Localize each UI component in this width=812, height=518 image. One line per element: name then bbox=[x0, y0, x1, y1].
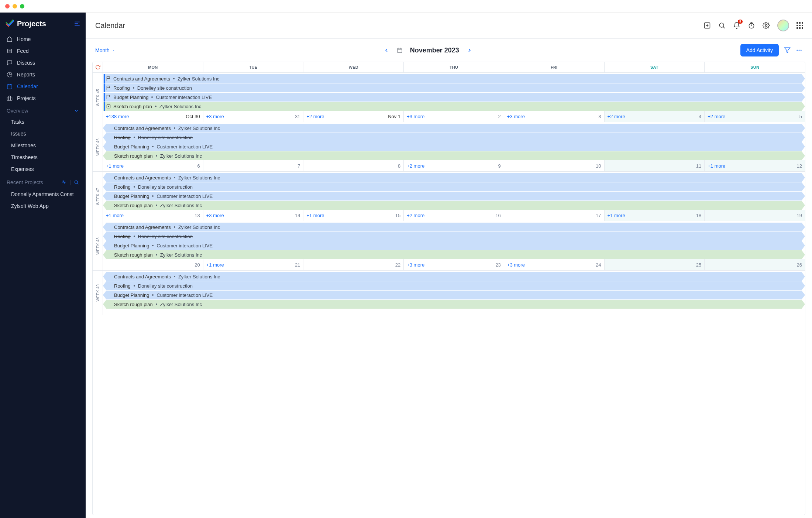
window-minimize-icon[interactable] bbox=[13, 4, 17, 8]
day-cell[interactable]: +3 more31 bbox=[203, 111, 304, 122]
day-cell[interactable]: +2 more4 bbox=[605, 111, 705, 122]
day-cell[interactable]: 26 bbox=[705, 259, 805, 270]
event-bar[interactable]: Contracts and AgreementsZylker Solutions… bbox=[103, 223, 805, 231]
recent-project-item[interactable]: Donnelly Apartments Const bbox=[0, 188, 86, 200]
event-bar[interactable]: Contracts and AgreementsZylker Solutions… bbox=[103, 173, 805, 182]
day-cell[interactable]: +1 more15 bbox=[303, 210, 404, 221]
bell-icon[interactable]: 9 bbox=[733, 22, 740, 29]
day-cell[interactable]: 11 bbox=[605, 160, 705, 171]
day-cell[interactable]: 19 bbox=[705, 210, 805, 221]
event-bar[interactable]: Budget PlanningCustomer interaction LIVE bbox=[103, 142, 805, 151]
day-cell[interactable]: +2 moreNov 1 bbox=[303, 111, 404, 122]
day-cell[interactable]: 22 bbox=[303, 259, 404, 270]
day-cell[interactable]: +3 more2 bbox=[404, 111, 504, 122]
event-bar[interactable]: Budget PlanningCustomer interaction LIVE bbox=[103, 192, 805, 200]
event-bar[interactable]: RoofingDonelley site construction bbox=[103, 232, 805, 241]
more-link[interactable]: +138 more bbox=[106, 114, 129, 119]
day-cell[interactable]: +1 more6 bbox=[103, 160, 203, 171]
timer-icon[interactable] bbox=[748, 22, 755, 29]
more-link[interactable]: +1 more bbox=[306, 213, 324, 218]
window-maximize-icon[interactable] bbox=[20, 4, 24, 8]
day-cell[interactable]: 25 bbox=[605, 259, 705, 270]
more-icon[interactable] bbox=[796, 47, 802, 54]
sidebar-item-discuss[interactable]: Discuss bbox=[0, 57, 86, 69]
sidebar-subitem-issues[interactable]: Issues bbox=[0, 128, 86, 140]
more-link[interactable]: +3 more bbox=[407, 262, 424, 268]
sidebar-item-calendar[interactable]: Calendar bbox=[0, 80, 86, 92]
more-link[interactable]: +3 more bbox=[206, 213, 224, 218]
search-icon[interactable] bbox=[74, 180, 79, 185]
sidebar-item-reports[interactable]: Reports bbox=[0, 69, 86, 80]
apps-grid-icon[interactable] bbox=[796, 22, 803, 29]
event-bar[interactable]: Sketch rough planZylker Solutions Inc bbox=[103, 201, 805, 210]
add-icon[interactable] bbox=[703, 22, 711, 29]
more-link[interactable]: +1 more bbox=[608, 213, 625, 218]
sidebar-subitem-expenses[interactable]: Expenses bbox=[0, 163, 86, 175]
more-link[interactable]: +1 more bbox=[106, 163, 124, 169]
day-cell[interactable]: +1 more21 bbox=[203, 259, 304, 270]
day-cell[interactable]: +1 more12 bbox=[705, 160, 805, 171]
day-cell[interactable]: 10 bbox=[504, 160, 605, 171]
more-link[interactable]: +2 more bbox=[407, 163, 424, 169]
event-bar[interactable]: Budget PlanningCustomer interaction LIVE bbox=[103, 241, 805, 250]
day-cell[interactable]: +1 more18 bbox=[605, 210, 705, 221]
event-bar[interactable]: Sketch rough planZylker Solutions Inc bbox=[103, 300, 805, 309]
more-link[interactable]: +3 more bbox=[507, 114, 525, 119]
day-cell[interactable]: +3 more14 bbox=[203, 210, 304, 221]
day-cell[interactable]: +3 more3 bbox=[504, 111, 605, 122]
more-link[interactable]: +2 more bbox=[407, 213, 424, 218]
event-bar[interactable]: RoofingDonelley site construction bbox=[103, 83, 805, 92]
sidebar-item-home[interactable]: Home bbox=[0, 33, 86, 45]
day-cell[interactable]: +2 more5 bbox=[705, 111, 805, 122]
view-picker[interactable]: Month bbox=[95, 47, 116, 53]
day-cell[interactable]: +3 more24 bbox=[504, 259, 605, 270]
day-cell[interactable]: +1 more13 bbox=[103, 210, 203, 221]
next-month-icon[interactable] bbox=[467, 47, 472, 53]
event-bar[interactable]: Sketch rough planZylker Solutions Inc bbox=[103, 102, 805, 111]
search-icon[interactable] bbox=[718, 22, 726, 29]
window-close-icon[interactable] bbox=[5, 4, 10, 8]
filter-funnel-icon[interactable] bbox=[784, 47, 791, 54]
event-bar[interactable]: Contracts and AgreementsZylker Solutions… bbox=[103, 272, 805, 281]
day-cell[interactable]: 8 bbox=[303, 160, 404, 171]
prev-month-icon[interactable] bbox=[383, 47, 389, 53]
more-link[interactable]: +1 more bbox=[106, 213, 124, 218]
event-bar[interactable]: Contracts and AgreementsZylker Solutions… bbox=[103, 74, 805, 83]
event-bar[interactable]: Budget PlanningCustomer interaction LIVE bbox=[103, 291, 805, 299]
more-link[interactable]: +1 more bbox=[708, 163, 725, 169]
day-cell[interactable]: 17 bbox=[504, 210, 605, 221]
day-cell[interactable]: +3 more23 bbox=[404, 259, 504, 270]
event-bar[interactable]: RoofingDonelley site construction bbox=[103, 281, 805, 290]
day-cell[interactable]: +138 moreOct 30 bbox=[103, 111, 203, 122]
refresh-icon[interactable] bbox=[95, 65, 100, 70]
more-link[interactable]: +3 more bbox=[407, 114, 424, 119]
day-cell[interactable]: +2 more9 bbox=[404, 160, 504, 171]
more-link[interactable]: +2 more bbox=[708, 114, 725, 119]
day-cell[interactable]: 20 bbox=[103, 259, 203, 270]
sidebar-collapse-icon[interactable] bbox=[74, 20, 80, 27]
more-link[interactable]: +2 more bbox=[306, 114, 324, 119]
more-link[interactable]: +2 more bbox=[608, 114, 625, 119]
event-bar[interactable]: Contracts and AgreementsZylker Solutions… bbox=[103, 124, 805, 133]
filter-icon[interactable] bbox=[61, 180, 66, 185]
event-bar[interactable]: Sketch rough planZylker Solutions Inc bbox=[103, 151, 805, 160]
event-bar[interactable]: Budget PlanningCustomer interaction LIVE bbox=[103, 93, 805, 102]
sidebar-subitem-tasks[interactable]: Tasks bbox=[0, 116, 86, 128]
avatar[interactable] bbox=[777, 20, 789, 31]
recent-project-item[interactable]: Zylsoft Web App bbox=[0, 200, 86, 212]
sidebar-subitem-timesheets[interactable]: Timesheets bbox=[0, 151, 86, 163]
sidebar-subitem-milestones[interactable]: Milestones bbox=[0, 140, 86, 151]
more-link[interactable]: +1 more bbox=[206, 262, 224, 268]
gear-icon[interactable] bbox=[763, 22, 770, 29]
more-link[interactable]: +3 more bbox=[206, 114, 224, 119]
event-bar[interactable]: RoofingDonelley site construction bbox=[103, 182, 805, 191]
event-bar[interactable]: RoofingDonelley site construction bbox=[103, 133, 805, 142]
sidebar-item-projects[interactable]: Projects bbox=[0, 92, 86, 104]
overview-section-header[interactable]: Overview bbox=[0, 104, 86, 116]
more-link[interactable]: +3 more bbox=[507, 262, 525, 268]
day-cell[interactable]: +2 more16 bbox=[404, 210, 504, 221]
day-cell[interactable]: 7 bbox=[203, 160, 304, 171]
sidebar-item-feed[interactable]: Feed bbox=[0, 45, 86, 57]
calendar-icon[interactable] bbox=[397, 47, 403, 53]
add-activity-button[interactable]: Add Activity bbox=[740, 44, 779, 56]
